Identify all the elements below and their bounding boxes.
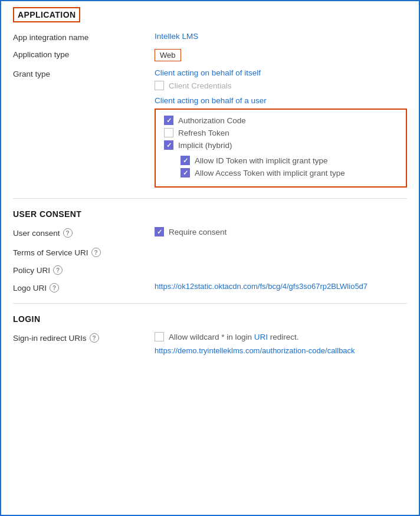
refresh-token-row: Refresh Token	[164, 128, 398, 137]
terms-of-service-help-icon[interactable]: ?	[91, 248, 101, 257]
terms-of-service-row: Terms of Service URI ?	[13, 247, 407, 257]
authorization-code-checkbox[interactable]	[164, 116, 173, 125]
refresh-token-label: Refresh Token	[178, 129, 229, 137]
client-credentials-row: Client Credentials	[155, 81, 407, 90]
implicit-hybrid-row: Implicit (hybrid)	[164, 140, 398, 150]
application-type-row: Application type Web	[13, 49, 407, 61]
sign-in-redirect-value: Allow wildcard * in login URI redirect. …	[155, 332, 407, 355]
authorization-code-label: Authorization Code	[178, 116, 246, 125]
implicit-hybrid-label: Implicit (hybrid)	[178, 141, 232, 150]
logo-uri-help-icon[interactable]: ?	[50, 283, 59, 292]
implicit-hybrid-checkbox[interactable]	[164, 140, 173, 150]
require-consent-checkbox[interactable]	[155, 227, 164, 236]
user-consent-label: User consent ?	[13, 227, 155, 238]
login-section: LOGIN Sign-in redirect URIs ? Allow wild…	[13, 314, 407, 355]
implicit-sub-options: Allow ID Token with implicit grant type …	[164, 156, 398, 178]
application-type-label: Application type	[13, 49, 155, 59]
user-consent-help-icon[interactable]: ?	[63, 228, 73, 238]
allow-wildcard-uri-link[interactable]: URI	[254, 333, 270, 341]
app-integration-name-row: App integration name Intellek LMS	[13, 32, 407, 42]
grant-type-label: Grant type	[13, 68, 155, 78]
app-integration-name-value: Intellek LMS	[155, 32, 407, 41]
policy-uri-help-icon[interactable]: ?	[53, 265, 63, 275]
allow-wildcard-checkbox[interactable]	[155, 332, 164, 341]
policy-uri-row: Policy URI ?	[13, 264, 407, 275]
login-section-title: LOGIN	[13, 314, 407, 324]
divider-1	[13, 198, 407, 199]
policy-uri-label: Policy URI ?	[13, 264, 155, 275]
terms-of-service-label: Terms of Service URI ?	[13, 247, 155, 257]
authorization-code-row: Authorization Code	[164, 116, 398, 125]
grant-type-row: Grant type Client acting on behalf of it…	[13, 68, 407, 188]
application-section-header: APPLICATION	[13, 7, 80, 22]
client-credentials-checkbox[interactable]	[155, 81, 164, 90]
client-itself-label: Client acting on behalf of itself	[155, 68, 407, 77]
sign-in-redirect-row: Sign-in redirect URIs ? Allow wildcard *…	[13, 332, 407, 355]
user-consent-row: User consent ? Require consent	[13, 227, 407, 239]
user-consent-value: Require consent	[155, 227, 407, 239]
allow-access-token-label: Allow Access Token with implicit grant t…	[195, 169, 345, 178]
refresh-token-checkbox[interactable]	[164, 128, 173, 137]
sign-in-redirect-help-icon[interactable]: ?	[90, 333, 99, 343]
app-integration-name-label: App integration name	[13, 32, 155, 42]
divider-2	[13, 303, 407, 304]
require-consent-label: Require consent	[169, 228, 227, 236]
allow-wildcard-text: Allow wildcard * in login URI redirect.	[169, 333, 299, 341]
allow-wildcard-row: Allow wildcard * in login URI redirect.	[155, 332, 407, 341]
user-consent-section: USER CONSENT User consent ? Require cons…	[13, 209, 407, 292]
allow-id-token-row: Allow ID Token with implicit grant type	[181, 156, 398, 165]
web-badge: Web	[155, 49, 181, 61]
logo-uri-label: Logo URI ?	[13, 282, 155, 292]
logo-uri-row: Logo URI ? https://ok12static.oktacdn.co…	[13, 282, 407, 292]
allow-id-token-label: Allow ID Token with implicit grant type	[195, 156, 328, 165]
logo-uri-link[interactable]: https://ok12static.oktacdn.com/fs/bcg/4/…	[155, 282, 368, 291]
logo-uri-value: https://ok12static.oktacdn.com/fs/bcg/4/…	[155, 282, 407, 291]
application-type-value: Web	[155, 49, 407, 61]
client-credentials-label: Client Credentials	[169, 81, 232, 90]
grant-type-value: Client acting on behalf of itself Client…	[155, 68, 407, 188]
redirect-uri-value[interactable]: https://demo.tryintelleklms.com/authoriz…	[155, 346, 407, 355]
client-user-label: Client acting on behalf of a user	[155, 96, 407, 105]
application-section: APPLICATION App integration name Intelle…	[13, 7, 407, 188]
grant-type-box: Authorization Code Refresh Token Implici…	[155, 109, 407, 188]
allow-id-token-checkbox[interactable]	[181, 156, 190, 165]
require-consent-row: Require consent	[155, 227, 407, 236]
allow-access-token-checkbox[interactable]	[181, 168, 190, 178]
sign-in-redirect-label: Sign-in redirect URIs ?	[13, 332, 155, 343]
user-consent-section-title: USER CONSENT	[13, 209, 407, 219]
allow-access-token-row: Allow Access Token with implicit grant t…	[181, 168, 398, 178]
